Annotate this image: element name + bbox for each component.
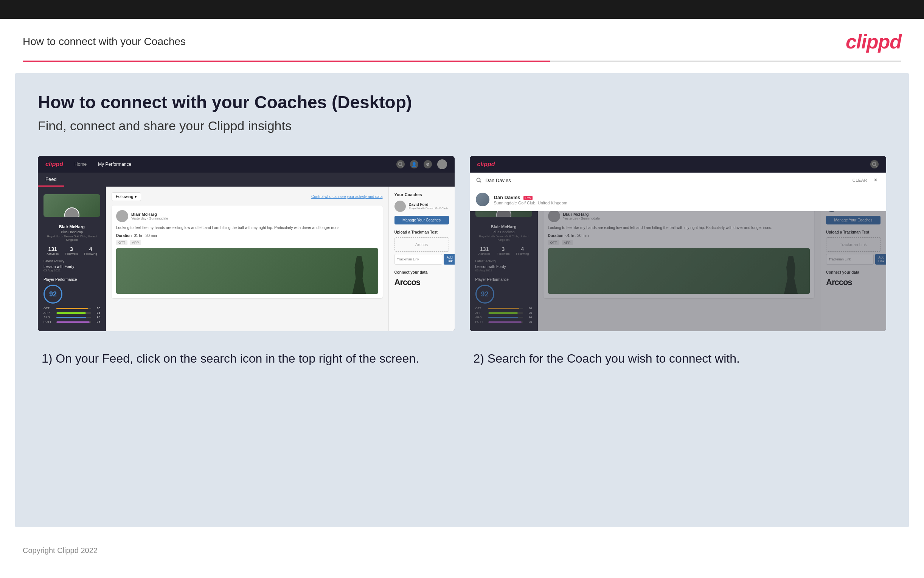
result-name-1: Dan Davies bbox=[494, 195, 520, 200]
nav-home-1[interactable]: Home bbox=[74, 162, 87, 167]
coach-item-1: David Ford Royal North Devon Golf Club bbox=[395, 201, 449, 212]
app-header-right-1: 👤 ⚙ bbox=[396, 159, 447, 169]
connect-title-1: Connect your data bbox=[395, 270, 449, 274]
manage-coaches-btn-2: Manage Your Coaches bbox=[826, 216, 880, 224]
screenshot-panel-1: clippd Home My Performance 👤 ⚙ Feed bbox=[38, 156, 455, 331]
trackman-input-row-1: Add Link bbox=[395, 254, 449, 265]
post-image-2 bbox=[548, 248, 810, 294]
svg-point-4 bbox=[477, 178, 480, 182]
golfer-silhouette-1 bbox=[348, 256, 371, 294]
post-text-1: Looking to feel like my hands are exitin… bbox=[116, 225, 378, 231]
connect-section-1: Connect your data Arccos bbox=[395, 270, 449, 287]
search-icon-btn-1[interactable] bbox=[396, 160, 405, 169]
trackman-input-2 bbox=[826, 254, 874, 265]
metric-arg-1: ARG 86 bbox=[44, 316, 100, 319]
upload-section-2: Upload a Trackman Test Trackman Link Add… bbox=[826, 230, 880, 265]
step-text-2: 2) Search for the Coach you wish to conn… bbox=[474, 350, 883, 367]
stat-activities-1: 131 Activities bbox=[47, 246, 58, 255]
search-icon-btn-2[interactable] bbox=[870, 160, 879, 169]
profile-location-1: Royal North Devon Golf Club, United King… bbox=[44, 235, 100, 242]
step-caption-1: 1) On your Feed, click on the search ico… bbox=[38, 350, 455, 367]
main-subtitle: Find, connect and share your Clippd insi… bbox=[38, 119, 886, 133]
player-perf-1: Player Performance 92 OTT 90 APP bbox=[44, 278, 100, 324]
upload-title-1: Upload a Trackman Test bbox=[395, 230, 449, 234]
coach-club-1: Royal North Devon Golf Club bbox=[409, 207, 448, 210]
result-avatar-1 bbox=[476, 193, 489, 206]
profile-name-2: Blair McHarg bbox=[476, 224, 532, 229]
app-header-right-2 bbox=[870, 160, 879, 169]
following-row-1: Following ▾ Control who can see your act… bbox=[112, 192, 383, 201]
coaches-title-1: Your Coaches bbox=[395, 192, 449, 197]
post-author-name-1: Blair McHarg bbox=[131, 212, 168, 216]
manage-coaches-btn-1[interactable]: Manage Your Coaches bbox=[395, 216, 449, 224]
golfer-silhouette-2 bbox=[780, 256, 802, 294]
result-club-1: Sunningdale Golf Club, United Kingdom bbox=[494, 201, 567, 205]
main-content: How to connect with your Coaches (Deskto… bbox=[15, 73, 909, 527]
perf-title-1: Player Performance bbox=[44, 278, 100, 282]
latest-title-1: Lesson with Fordy bbox=[44, 265, 100, 269]
stat-followers-label-1: Followers bbox=[65, 252, 78, 255]
coach-avatar-1 bbox=[395, 201, 406, 212]
post-tag-app-1: APP bbox=[130, 240, 141, 245]
search-clear-btn-2[interactable]: CLEAR bbox=[853, 178, 867, 182]
coaches-sidebar-1: Your Coaches David Ford Royal North Devo… bbox=[388, 187, 455, 331]
svg-line-1 bbox=[401, 166, 403, 167]
latest-activity-1: Latest Activity Lesson with Fordy 03 Aug… bbox=[44, 259, 100, 272]
trackman-input-1[interactable] bbox=[395, 254, 442, 265]
search-close-btn-2[interactable]: × bbox=[871, 175, 880, 185]
stat-activities-number-1: 131 bbox=[47, 246, 58, 252]
stat-followers-number-1: 3 bbox=[65, 246, 78, 252]
user-icon-btn-1[interactable]: 👤 bbox=[410, 160, 418, 169]
score-circle-1: 92 bbox=[44, 285, 62, 304]
profile-cover-1 bbox=[44, 194, 100, 217]
latest-label-1: Latest Activity bbox=[44, 259, 100, 263]
latest-date-1: 03 Aug 2022 bbox=[44, 269, 100, 272]
app-logo-1: clippd bbox=[45, 161, 63, 168]
svg-line-3 bbox=[875, 166, 877, 167]
search-result-item-1[interactable]: Dan Davies Pro Sunningdale Golf Club, Un… bbox=[470, 188, 887, 211]
profile-sidebar-1: Blair McHarg Plus Handicap Royal North D… bbox=[38, 187, 106, 331]
feed-tab-1[interactable]: Feed bbox=[38, 173, 64, 187]
stats-row-2: 131 Activities 3 Followers 4 Following bbox=[476, 246, 532, 255]
post-card-1: Blair McHarg Yesterday · Sunningdale Loo… bbox=[112, 206, 383, 298]
stat-following-1: 4 Following bbox=[84, 246, 97, 255]
profile-name-1: Blair McHarg bbox=[44, 224, 100, 229]
settings-icon-btn-1[interactable]: ⚙ bbox=[424, 160, 432, 169]
step-caption-2: 2) Search for the Coach you wish to conn… bbox=[470, 350, 887, 367]
page-title: How to connect with your Coaches bbox=[23, 36, 186, 48]
center-feed-1: Following ▾ Control who can see your act… bbox=[106, 187, 388, 331]
svg-line-5 bbox=[480, 181, 481, 183]
connect-section-2: Connect your data Arccos bbox=[826, 270, 880, 287]
stat-activities-2: 131 Activities bbox=[479, 246, 490, 255]
stat-following-label-1: Following bbox=[84, 252, 97, 255]
header: How to connect with your Coaches clippd bbox=[0, 19, 924, 60]
stat-following-number-1: 4 bbox=[84, 246, 97, 252]
add-link-btn-2: Add Link bbox=[875, 254, 886, 265]
post-tag-ott-1: OTT bbox=[116, 240, 128, 245]
trackman-box-1: Arccos bbox=[395, 237, 449, 252]
latest-activity-2: Latest Activity Lesson with Fordy 03 Aug… bbox=[476, 259, 532, 272]
main-heading: How to connect with your Coaches (Deskto… bbox=[38, 92, 886, 112]
search-query-2[interactable]: Dan Davies bbox=[485, 177, 849, 183]
following-btn-1[interactable]: Following ▾ bbox=[112, 192, 141, 201]
upload-section-1: Upload a Trackman Test Arccos Add Link bbox=[395, 230, 449, 265]
profile-location-2: Royal North Devon Golf Club, United King… bbox=[476, 235, 532, 242]
nav-my-performance-1[interactable]: My Performance bbox=[98, 162, 131, 167]
app-logo-2: clippd bbox=[477, 161, 495, 168]
top-bar bbox=[0, 0, 924, 19]
clippd-logo: clippd bbox=[846, 30, 901, 53]
pro-badge-1: Pro bbox=[523, 196, 532, 200]
control-link-1[interactable]: Control who can see your activity and da… bbox=[311, 195, 382, 199]
svg-point-2 bbox=[872, 162, 876, 166]
app-header-1: clippd Home My Performance 👤 ⚙ bbox=[38, 156, 455, 173]
add-link-btn-1[interactable]: Add Link bbox=[443, 254, 455, 265]
svg-point-0 bbox=[398, 162, 402, 166]
steps-row: 1) On your Feed, click on the search ico… bbox=[38, 350, 886, 367]
app-body-1: Blair McHarg Plus Handicap Royal North D… bbox=[38, 187, 455, 331]
stats-row-1: 131 Activities 3 Followers 4 Following bbox=[44, 246, 100, 255]
footer: Copyright Clippd 2022 bbox=[0, 539, 924, 562]
search-results-2: Dan Davies Pro Sunningdale Golf Club, Un… bbox=[470, 188, 887, 211]
user-avatar-1 bbox=[437, 159, 447, 169]
search-overlay-2: Dan Davies CLEAR × Dan Davies Pro Sunnin… bbox=[470, 173, 887, 211]
stat-activities-label-1: Activities bbox=[47, 252, 58, 255]
